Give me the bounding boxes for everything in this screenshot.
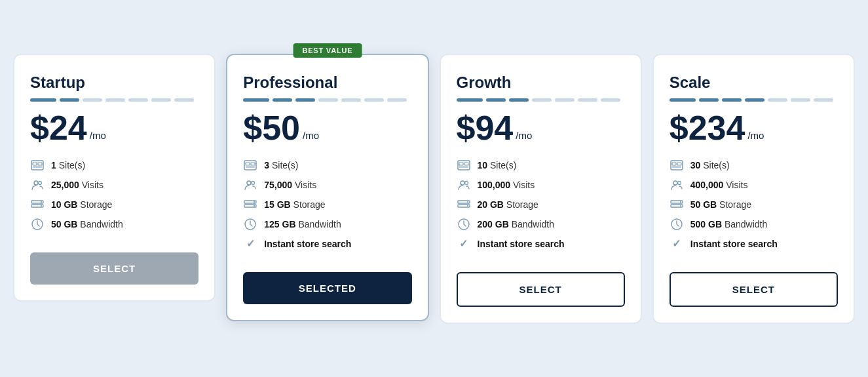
instant-search-label: Instant store search [264,239,351,249]
select-button-growth[interactable]: SELECT [457,272,625,307]
svg-point-4 [34,181,38,185]
divider-dots-scale [670,98,838,102]
price-amount-startup: $24 [30,111,87,145]
price-amount-scale: $234 [670,111,745,145]
svg-rect-35 [677,163,681,165]
select-button-startup[interactable]: SELECT [30,252,198,285]
feature-bold: 30 [690,160,701,170]
dot-empty [601,98,620,102]
feature-item-sites: 30 Site(s) [670,158,838,172]
dot-filled [670,98,696,102]
plan-card-scale: Scale $234 /mo 30 Site(s) 400,000 Visits… [652,54,855,324]
svg-point-20 [254,205,255,207]
feature-bold: 50 GB [690,199,717,210]
dot-filled [30,98,56,102]
plan-card-startup: Startup $24 /mo 1 Site(s) 25,000 Visits … [13,54,216,302]
dot-empty [578,98,597,102]
feature-item-storage: 50 GB Storage [670,197,838,212]
feature-text: 200 GB Bandwidth [478,219,555,229]
feature-bold: 400,000 [690,180,724,190]
plan-card-growth: Growth $94 /mo 10 Site(s) 100,000 Visits… [440,54,642,324]
storage-icon [243,197,257,212]
feature-text: 25,000 Visits [51,180,104,190]
feature-item-sites: 3 Site(s) [243,158,411,172]
dot-filled [699,98,719,102]
dot-empty [151,98,171,102]
svg-rect-14 [246,167,255,168]
feature-text: 50 GB Storage [690,199,751,210]
dot-empty [318,98,338,102]
visits-icon [243,178,257,192]
svg-point-30 [467,201,468,203]
storage-icon [457,197,471,212]
feature-bold: 20 GB [478,199,504,210]
select-button-professional[interactable]: SELECTED [243,272,411,304]
dot-empty [555,98,575,102]
dot-empty [83,98,102,102]
svg-point-9 [41,205,42,207]
svg-point-19 [254,201,255,203]
feature-bold: 75,000 [264,180,292,190]
price-row-professional: $50 /mo [243,111,411,145]
instant-search-feature: ✓ Instant store search [243,237,411,251]
svg-rect-23 [459,163,463,165]
plan-name-scale: Scale [670,73,838,92]
dot-filled [273,98,292,102]
feature-text: 3 Site(s) [264,160,298,170]
svg-rect-3 [33,167,42,168]
bandwidth-icon [457,217,471,231]
price-amount-growth: $94 [457,111,514,145]
storage-icon [30,197,45,212]
svg-rect-1 [33,163,37,165]
feature-text: 10 Site(s) [478,160,517,170]
instant-search-feature: ✓ Instant store search [670,237,838,251]
dot-filled [295,98,315,102]
feature-item-sites: 1 Site(s) [30,158,198,172]
plan-name-startup: Startup [30,73,198,92]
feature-bold: 100,000 [478,180,511,190]
check-icon: ✓ [243,237,257,251]
price-period-startup: /mo [90,130,106,141]
feature-item-bandwidth: 500 GB Bandwidth [670,217,838,231]
svg-point-5 [39,181,42,184]
feature-item-storage: 20 GB Storage [457,197,625,212]
svg-rect-36 [672,167,681,168]
sites-icon [670,158,684,172]
price-amount-professional: $50 [243,111,300,145]
feature-bold: 50 GB [51,219,77,229]
svg-rect-25 [459,167,468,168]
svg-rect-13 [251,163,255,165]
feature-bold: 500 GB [690,219,722,229]
dot-filled [243,98,269,102]
divider-dots-professional [243,98,411,102]
dot-empty [768,98,787,102]
price-period-professional: /mo [303,130,319,141]
feature-bold: 125 GB [264,219,295,229]
price-row-growth: $94 /mo [457,111,625,145]
dot-empty [532,98,552,102]
feature-bold: 1 [51,160,56,170]
dot-filled [722,98,742,102]
svg-rect-34 [672,163,676,165]
feature-bold: 15 GB [264,199,290,210]
select-button-scale[interactable]: SELECT [670,272,838,307]
feature-item-sites: 10 Site(s) [457,158,625,172]
best-value-badge: BEST VALUE [293,43,362,58]
feature-text: 1 Site(s) [51,160,85,170]
sites-icon [457,158,471,172]
price-period-scale: /mo [747,130,764,141]
feature-text: 10 GB Storage [51,199,112,210]
dot-empty [105,98,125,102]
price-row-scale: $234 /mo [670,111,838,145]
feature-bold: 200 GB [478,219,509,229]
dot-filled [509,98,529,102]
divider-dots-growth [457,98,625,102]
visits-icon [30,178,45,192]
feature-text: 125 GB Bandwidth [264,219,341,229]
svg-rect-2 [38,163,42,165]
svg-rect-12 [246,163,250,165]
dot-empty [128,98,148,102]
svg-point-31 [467,205,468,207]
dot-filled [60,98,79,102]
price-period-growth: /mo [516,130,532,141]
